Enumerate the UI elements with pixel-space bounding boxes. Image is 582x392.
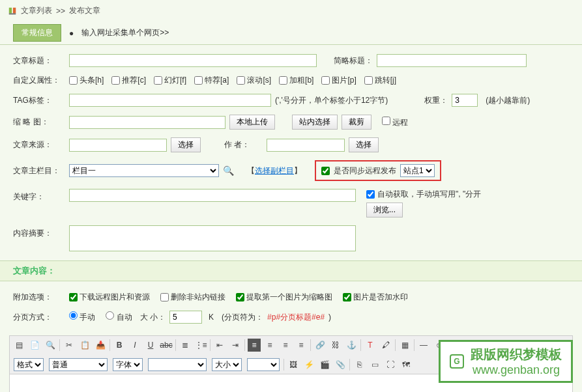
- paging-auto-radio[interactable]: [106, 311, 114, 320]
- label-summary: 内容摘要：: [13, 225, 65, 239]
- anchor-icon[interactable]: ⚓: [345, 339, 358, 352]
- label-keywords: 关键字：: [13, 189, 65, 203]
- underline-icon[interactable]: U: [144, 339, 157, 352]
- bgcolor-icon[interactable]: 🖍: [379, 339, 392, 352]
- attr-h-label: 头条[h]: [80, 75, 104, 86]
- label-attrs: 自定义属性：: [13, 75, 65, 86]
- label-title: 文章标题：: [13, 55, 65, 66]
- size-select[interactable]: 大小: [212, 358, 242, 371]
- fullscreen-icon[interactable]: ⛶: [384, 358, 397, 371]
- attr-p-checkbox[interactable]: [321, 76, 330, 85]
- breadcrumb-sep: >>: [56, 7, 65, 16]
- subcat-link[interactable]: 选择副栏目: [255, 166, 294, 175]
- label-author: 作 者：: [224, 139, 250, 150]
- autokw-checkbox[interactable]: [366, 190, 375, 199]
- template-icon[interactable]: ▭: [368, 358, 381, 371]
- map-icon[interactable]: 🗺: [400, 358, 413, 371]
- image-icon[interactable]: 🖼: [287, 358, 300, 371]
- ol-icon[interactable]: ≣: [179, 339, 192, 352]
- source-select-button[interactable]: 选择: [171, 137, 201, 152]
- label-paging: 分页方式：: [13, 312, 65, 323]
- weight-note: (越小越靠前): [486, 95, 530, 106]
- title-input[interactable]: [69, 54, 317, 67]
- author-select-button[interactable]: 选择: [349, 137, 379, 152]
- copy-icon[interactable]: 📋: [78, 339, 91, 352]
- label-thumb: 缩 略 图：: [13, 117, 65, 128]
- font-select[interactable]: 字体: [113, 358, 143, 371]
- newdoc-icon[interactable]: 📄: [28, 339, 41, 352]
- cut-icon[interactable]: ✂: [63, 339, 76, 352]
- align-left-icon[interactable]: ≡: [248, 339, 261, 352]
- attach-icon[interactable]: 📎: [334, 358, 347, 371]
- ul-icon[interactable]: ⋮≡: [194, 339, 207, 352]
- site-select-button[interactable]: 站内选择: [292, 115, 338, 130]
- extra-3-checkbox[interactable]: [343, 293, 351, 301]
- browse-button[interactable]: 浏览...: [366, 203, 403, 217]
- extra-1-checkbox[interactable]: [160, 293, 169, 301]
- watermark-cn: 跟版网织梦模板: [471, 346, 562, 363]
- crop-button[interactable]: 裁剪: [342, 115, 371, 130]
- label-source: 文章来源：: [13, 139, 65, 150]
- autokw-label: 自动获取，手动填写用", "分开: [377, 189, 481, 200]
- extra-3-label: 图片是否加水印: [353, 292, 408, 303]
- strike-icon[interactable]: abc: [160, 339, 173, 352]
- tab-general[interactable]: 常规信息: [13, 24, 61, 42]
- attr-j-checkbox[interactable]: [364, 76, 373, 85]
- attr-s-checkbox[interactable]: [237, 76, 245, 85]
- unlink-icon[interactable]: ⛓: [329, 339, 342, 352]
- summary-textarea[interactable]: [69, 225, 356, 251]
- extras-group: 下载远程图片和资源 删除非站内链接 提取第一个图片为缩略图 图片是否加水印: [69, 292, 416, 303]
- extra-0-checkbox[interactable]: [69, 293, 78, 301]
- align-right-icon[interactable]: ≡: [279, 339, 292, 352]
- weight-input[interactable]: [452, 94, 478, 107]
- pagebreak-icon[interactable]: ⎘: [353, 358, 366, 371]
- sync-remote-checkbox[interactable]: [321, 167, 330, 175]
- font-value-select[interactable]: [148, 358, 207, 371]
- short-title-input[interactable]: [377, 54, 527, 67]
- watermark-logo-icon: G: [450, 354, 464, 369]
- breadcrumb: 文章列表 >> 发布文章: [0, 0, 582, 21]
- sync-remote-box: 是否同步远程发布 站点1: [315, 160, 441, 181]
- collect-url-link[interactable]: 输入网址采集单个网页>>: [81, 27, 169, 38]
- link-icon[interactable]: 🔗: [313, 339, 327, 352]
- size-input[interactable]: [169, 311, 202, 324]
- attr-c-checkbox[interactable]: [111, 76, 120, 85]
- attr-f-checkbox[interactable]: [154, 76, 162, 85]
- extra-2-checkbox[interactable]: [236, 293, 244, 301]
- media-icon[interactable]: 🎬: [318, 358, 331, 371]
- author-input[interactable]: [267, 139, 345, 152]
- label-tags: TAG标签：: [13, 95, 65, 106]
- outdent-icon[interactable]: ⇤: [213, 339, 226, 352]
- local-upload-button[interactable]: 本地上传: [229, 115, 275, 130]
- label-short-title: 简略标题：: [334, 55, 373, 66]
- format-value-select[interactable]: 普通: [49, 358, 108, 371]
- source-input[interactable]: [69, 139, 167, 152]
- breadcrumb-list[interactable]: 文章列表: [21, 5, 52, 16]
- keywords-input[interactable]: [69, 189, 356, 202]
- italic-icon[interactable]: I: [128, 339, 141, 352]
- bold-icon[interactable]: B: [113, 339, 126, 352]
- tags-input[interactable]: [69, 94, 271, 107]
- hr-icon[interactable]: —: [417, 339, 430, 352]
- align-center-icon[interactable]: ≡: [263, 339, 276, 352]
- attr-a-checkbox[interactable]: [194, 76, 203, 85]
- source-icon[interactable]: ▤: [12, 339, 25, 352]
- thumb-input[interactable]: [69, 116, 226, 129]
- attr-j-label: 跳转[j]: [375, 75, 396, 86]
- remote-checkbox[interactable]: [382, 117, 390, 125]
- attr-h-checkbox[interactable]: [69, 76, 78, 85]
- attr-b-checkbox[interactable]: [279, 76, 287, 85]
- preview-icon[interactable]: 🔍: [44, 339, 57, 352]
- paste-icon[interactable]: 📥: [94, 339, 107, 352]
- paging-manual-radio[interactable]: [69, 311, 78, 320]
- magnify-icon[interactable]: 🔍: [223, 165, 234, 176]
- maincat-select[interactable]: 栏目一: [69, 164, 219, 177]
- flash-icon[interactable]: ⚡: [302, 358, 315, 371]
- indent-icon[interactable]: ⇥: [229, 339, 242, 352]
- align-justify-icon[interactable]: ≡: [295, 339, 308, 352]
- textcolor-icon[interactable]: T: [364, 339, 377, 352]
- format-select[interactable]: 格式: [14, 358, 44, 371]
- table-icon[interactable]: ▦: [398, 339, 411, 352]
- site-select[interactable]: 站点1: [400, 164, 435, 177]
- size-value-select[interactable]: [247, 358, 280, 371]
